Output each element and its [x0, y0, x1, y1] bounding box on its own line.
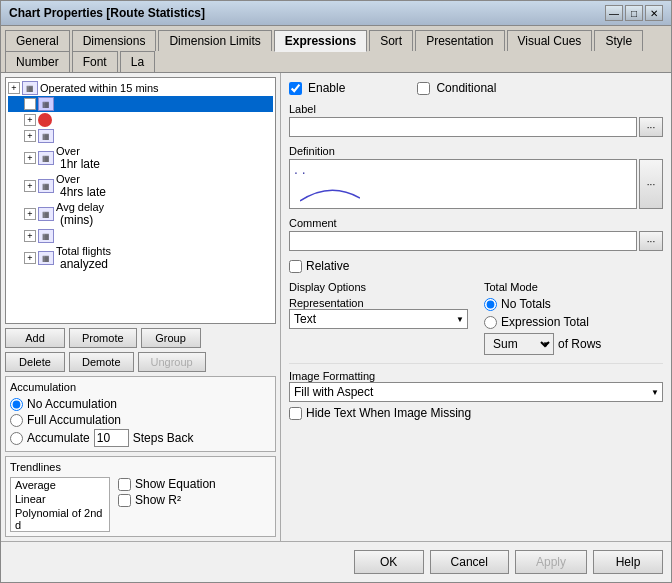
enable-row: Enable Conditional [289, 81, 663, 95]
maximize-button[interactable]: □ [625, 5, 643, 21]
representation-select[interactable]: Text Line Symbol Bar [289, 309, 468, 329]
main-content: + ▦ Operated within 15 mins + ▦ + [1, 73, 671, 541]
list-item[interactable]: + ▦ [8, 96, 273, 112]
expand-icon[interactable]: + [8, 82, 20, 94]
minimize-button[interactable]: — [605, 5, 623, 21]
expand-icon[interactable]: + [24, 208, 36, 220]
tab-sort[interactable]: Sort [369, 30, 413, 51]
ungroup-button[interactable]: Ungroup [138, 352, 206, 372]
sum-select[interactable]: Sum [484, 333, 554, 355]
label-browse-button[interactable]: ··· [639, 117, 663, 137]
expression-total-row: Expression Total [484, 315, 663, 329]
tab-presentation[interactable]: Presentation [415, 30, 504, 51]
delete-button[interactable]: Delete [5, 352, 65, 372]
tab-dimension-limits[interactable]: Dimension Limits [158, 30, 271, 51]
tab-expressions[interactable]: Expressions [274, 30, 367, 52]
expand-icon[interactable]: + [24, 252, 36, 264]
left-panel: + ▦ Operated within 15 mins + ▦ + [1, 73, 281, 541]
options-row: Display Options Representation Text Line… [289, 281, 663, 355]
full-accumulation-label: Full Accumulation [27, 413, 121, 427]
total-mode-section: Total Mode No Totals Expression Total [484, 281, 663, 355]
no-totals-row: No Totals [484, 297, 663, 311]
full-accumulation-radio[interactable] [10, 414, 23, 427]
display-options-title: Display Options [289, 281, 468, 293]
tree-item-label: Total flightsanalyzed [56, 245, 111, 271]
accumulation-section: Accumulation No Accumulation Full Accumu… [5, 376, 276, 452]
list-item[interactable]: + [8, 112, 273, 128]
list-item[interactable]: Average [11, 478, 109, 492]
list-item[interactable]: Linear [11, 492, 109, 506]
no-totals-label: No Totals [501, 297, 551, 311]
demote-button[interactable]: Demote [69, 352, 134, 372]
tab-la[interactable]: La [120, 51, 155, 72]
tab-visual-cues[interactable]: Visual Cues [507, 30, 593, 51]
expand-icon[interactable]: + [24, 114, 36, 126]
table-icon: ▦ [38, 251, 54, 265]
image-select[interactable]: Fill with Aspect [289, 382, 663, 402]
tree-item-label: Operated within 15 mins [40, 82, 159, 94]
show-r2-checkbox[interactable] [118, 494, 131, 507]
window-title: Chart Properties [Route Statistics] [9, 6, 205, 20]
red-circle-icon [38, 113, 52, 127]
group-button[interactable]: Group [141, 328, 201, 348]
label-input[interactable] [289, 117, 637, 137]
of-rows-label: of Rows [558, 337, 601, 351]
list-item[interactable]: + ▦ Avg delay(mins) [8, 200, 273, 228]
tab-style[interactable]: Style [594, 30, 643, 51]
cancel-button[interactable]: Cancel [430, 550, 509, 574]
help-button[interactable]: Help [593, 550, 663, 574]
promote-button[interactable]: Promote [69, 328, 137, 348]
accumulate-radio[interactable] [10, 432, 23, 445]
hide-text-label: Hide Text When Image Missing [306, 406, 471, 420]
list-item[interactable]: + ▦ Total flightsanalyzed [8, 244, 273, 272]
tab-number[interactable]: Number [5, 51, 70, 72]
trendlines-list[interactable]: Average Linear Polynomial of 2nd d [10, 477, 110, 532]
ok-button[interactable]: OK [354, 550, 424, 574]
expand-icon[interactable]: + [24, 98, 36, 110]
expression-tree[interactable]: + ▦ Operated within 15 mins + ▦ + [5, 77, 276, 324]
chart-properties-window: Chart Properties [Route Statistics] — □ … [0, 0, 672, 583]
steps-back-label: Steps Back [133, 431, 194, 445]
tab-font[interactable]: Font [72, 51, 118, 72]
comment-field-group: Comment ··· [289, 217, 663, 251]
tab-dimensions[interactable]: Dimensions [72, 30, 157, 51]
image-select-wrapper: Fill with Aspect [289, 382, 663, 402]
comment-browse-button[interactable]: ··· [639, 231, 663, 251]
enable-label: Enable [308, 81, 345, 95]
definition-area[interactable]: · · [289, 159, 637, 209]
representation-select-wrapper: Text Line Symbol Bar [289, 309, 468, 329]
expand-icon[interactable]: + [24, 180, 36, 192]
list-item[interactable]: + ▦ Over4hrs late [8, 172, 273, 200]
label-field-group: Label ··· [289, 103, 663, 137]
image-section-title: Image Formatting [289, 370, 663, 382]
conditional-checkbox[interactable] [417, 82, 430, 95]
expand-icon[interactable]: + [24, 230, 36, 242]
sum-select-wrapper: Sum [484, 333, 554, 355]
relative-row: Relative [289, 259, 663, 273]
label-field-label: Label [289, 103, 663, 115]
add-button[interactable]: Add [5, 328, 65, 348]
no-totals-radio[interactable] [484, 298, 497, 311]
no-accumulation-label: No Accumulation [27, 397, 117, 411]
list-item[interactable]: + ▦ Operated within 15 mins [8, 80, 273, 96]
comment-input[interactable] [289, 231, 637, 251]
expand-icon[interactable]: + [24, 130, 36, 142]
show-equation-checkbox[interactable] [118, 478, 131, 491]
close-button[interactable]: ✕ [645, 5, 663, 21]
expand-icon[interactable]: + [24, 152, 36, 164]
no-accumulation-radio[interactable] [10, 398, 23, 411]
enable-checkbox[interactable] [289, 82, 302, 95]
list-item[interactable]: + ▦ Over1hr late [8, 144, 273, 172]
definition-browse-button[interactable]: ··· [639, 159, 663, 209]
tab-general[interactable]: General [5, 30, 70, 51]
relative-checkbox[interactable] [289, 260, 302, 273]
hide-text-checkbox[interactable] [289, 407, 302, 420]
list-item[interactable]: Polynomial of 2nd d [11, 506, 109, 532]
total-mode-radio-group: No Totals Expression Total Sum [484, 297, 663, 355]
expression-total-radio[interactable] [484, 316, 497, 329]
trendlines-options: Show Equation Show R² [118, 477, 216, 532]
list-item[interactable]: + ▦ [8, 228, 273, 244]
steps-back-input[interactable] [94, 429, 129, 447]
apply-button[interactable]: Apply [515, 550, 587, 574]
list-item[interactable]: + ▦ [8, 128, 273, 144]
